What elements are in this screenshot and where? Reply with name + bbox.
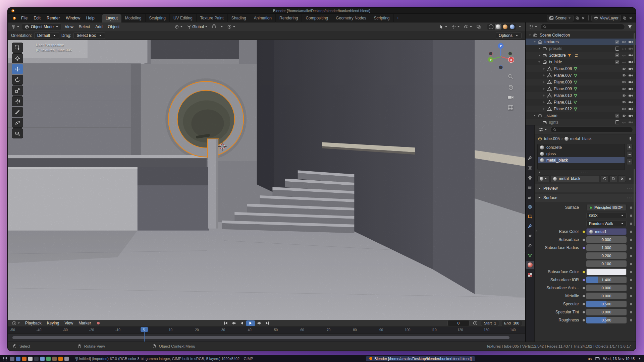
camera-view-button[interactable] — [507, 94, 514, 101]
workspace-tab-sculpting[interactable]: Sculpting — [146, 14, 170, 22]
taskbar-gimp-window[interactable]: *[Untitled] (imported)-67.0 (RGB color 8… — [75, 357, 253, 361]
use-nodes-toggle[interactable] — [627, 176, 633, 181]
jump-start-button[interactable] — [222, 320, 229, 326]
hide-eye-toggle[interactable] — [622, 86, 626, 91]
number-field[interactable]: 0.200 — [586, 252, 627, 259]
browse-material-button[interactable] — [537, 175, 549, 182]
number-field[interactable]: 0.100 — [586, 260, 627, 267]
keyboard-layout-indicator[interactable]: us — [588, 357, 592, 361]
surface-section-header[interactable]: Surface — [535, 194, 636, 202]
taskbar-app-blender[interactable] — [58, 357, 63, 361]
tool-rotate[interactable] — [12, 75, 23, 85]
timeline-menu-playback[interactable]: Playback — [22, 320, 44, 326]
slot-list-resize-grip[interactable] — [535, 170, 636, 174]
shading-wireframe[interactable] — [488, 24, 494, 29]
properties-tab-world[interactable] — [526, 203, 534, 210]
decorator-dot[interactable] — [630, 231, 632, 233]
tool-transform[interactable] — [12, 96, 23, 106]
decorator-dot[interactable] — [630, 215, 632, 217]
taskbar-app-show-apps[interactable] — [10, 357, 14, 361]
shading-rendered[interactable] — [509, 24, 516, 29]
blender-menu-button[interactable] — [10, 15, 18, 21]
hide-eye-toggle[interactable] — [622, 53, 626, 58]
render-visibility-toggle[interactable] — [628, 73, 633, 78]
decorator-dot[interactable] — [630, 247, 632, 249]
add-slot-button[interactable] — [626, 144, 633, 150]
selectability-button[interactable] — [438, 24, 449, 30]
timeline-editor-type-button[interactable] — [10, 320, 22, 326]
outliner-row-plane-011[interactable]: Plane.011 — [526, 99, 636, 106]
decorator-dot[interactable] — [630, 295, 632, 297]
timeline-track-area[interactable] — [8, 334, 525, 342]
decorator-dot[interactable] — [630, 271, 632, 273]
outliner-row-tx-hide[interactable]: tx_hide — [526, 59, 636, 65]
pivot-point-button[interactable] — [173, 24, 184, 30]
tool-cursor[interactable] — [12, 53, 23, 63]
pin-icon[interactable] — [628, 136, 633, 141]
slider-subsurface[interactable]: 0.000 — [586, 236, 627, 243]
breadcrumb-material[interactable]: metal_black — [570, 136, 592, 141]
outliner-row-plane-009[interactable]: Plane.009 — [526, 85, 636, 92]
preview-range-clock-button[interactable] — [472, 320, 479, 326]
expand-tray-icon[interactable] — [638, 357, 641, 360]
outliner-expander[interactable] — [537, 47, 542, 50]
viewport-menu-object[interactable]: Object — [105, 23, 122, 30]
hide-eye-toggle[interactable] — [622, 113, 626, 118]
zoom-button[interactable] — [507, 73, 514, 80]
scene-unlink-button[interactable] — [581, 16, 586, 20]
auto-keying-button[interactable] — [95, 320, 102, 326]
exclude-checkbox[interactable] — [615, 40, 620, 44]
hide-eye-toggle[interactable] — [622, 93, 626, 98]
outliner-expander[interactable] — [542, 87, 546, 90]
ortho-grid-button[interactable] — [507, 105, 514, 111]
properties-tab-object[interactable] — [526, 213, 534, 220]
decorator-dot[interactable] — [630, 263, 632, 265]
menu-edit[interactable]: Edit — [31, 14, 44, 22]
show-apps-icon[interactable] — [3, 356, 7, 361]
outliner-expander[interactable] — [532, 114, 537, 117]
outliner-row-plane-006[interactable]: Plane.006 — [526, 65, 636, 72]
slider-subsurface-anis[interactable]: 0.000 — [586, 285, 627, 291]
number-field[interactable]: 1.000 — [586, 244, 627, 251]
hide-eye-toggle[interactable] — [622, 120, 626, 125]
tool-add-cube[interactable] — [12, 128, 23, 138]
outliner-row-textures[interactable]: textures — [526, 39, 636, 45]
timeline-menu-marker[interactable]: Marker — [76, 320, 94, 326]
taskbar-app-mail[interactable] — [28, 357, 33, 361]
properties-editor-type-button[interactable] — [537, 127, 549, 133]
slider-metallic[interactable]: 0.000 — [586, 293, 627, 299]
taskbar-app-image-viewer[interactable] — [46, 357, 51, 361]
slider-subsurface-ior[interactable]: 1.400 — [586, 277, 627, 283]
workspace-tab-uv-editing[interactable]: UV Editing — [170, 14, 197, 22]
outliner-expander[interactable] — [542, 74, 546, 77]
timeline-menu-view[interactable]: View — [62, 320, 76, 326]
shading-material[interactable] — [502, 24, 508, 29]
slider-specular[interactable]: 0.500 — [586, 301, 627, 307]
taskbar-app-system-monitor[interactable] — [64, 357, 69, 361]
decorator-dot[interactable] — [630, 311, 632, 313]
render-visibility-toggle[interactable] — [628, 66, 633, 71]
shading-settings-caret[interactable] — [517, 24, 523, 29]
outliner-editor-type-button[interactable] — [528, 24, 539, 30]
properties-tab-constraints[interactable] — [526, 242, 534, 249]
tool-annotate[interactable] — [12, 107, 23, 117]
options-dropdown[interactable]: Options — [496, 32, 522, 39]
workspace-tab-rendering[interactable]: Rendering — [276, 14, 302, 22]
viewport-menu-view[interactable]: View — [62, 23, 76, 30]
hide-eye-toggle[interactable] — [622, 40, 626, 44]
properties-tab-scene[interactable] — [526, 193, 534, 201]
timeline-menu-keying[interactable]: Keying — [44, 320, 62, 326]
shading-solid[interactable] — [495, 24, 501, 29]
playhead-frame-badge[interactable]: 0 — [141, 327, 148, 332]
current-frame-field[interactable]: 0 — [447, 320, 470, 326]
outliner-row-plane-010[interactable]: Plane.010 — [526, 92, 636, 99]
outliner-row-lights[interactable]: lights — [526, 119, 636, 125]
workspace-tab-layout[interactable]: Layout — [102, 14, 121, 22]
outliner-expander[interactable] — [542, 67, 546, 70]
window-titlebar[interactable]: Blender [/home/amalie/Desktop/blender/bu… — [8, 8, 636, 14]
outliner-row-scene-collection[interactable]: Scene Collection — [526, 32, 636, 39]
pan-hand-button[interactable] — [507, 84, 514, 90]
slider-specular-tint[interactable]: 0.000 — [586, 309, 627, 315]
hide-eye-toggle[interactable] — [622, 66, 626, 71]
outliner-row-plane-008[interactable]: Plane.008 — [526, 79, 636, 85]
